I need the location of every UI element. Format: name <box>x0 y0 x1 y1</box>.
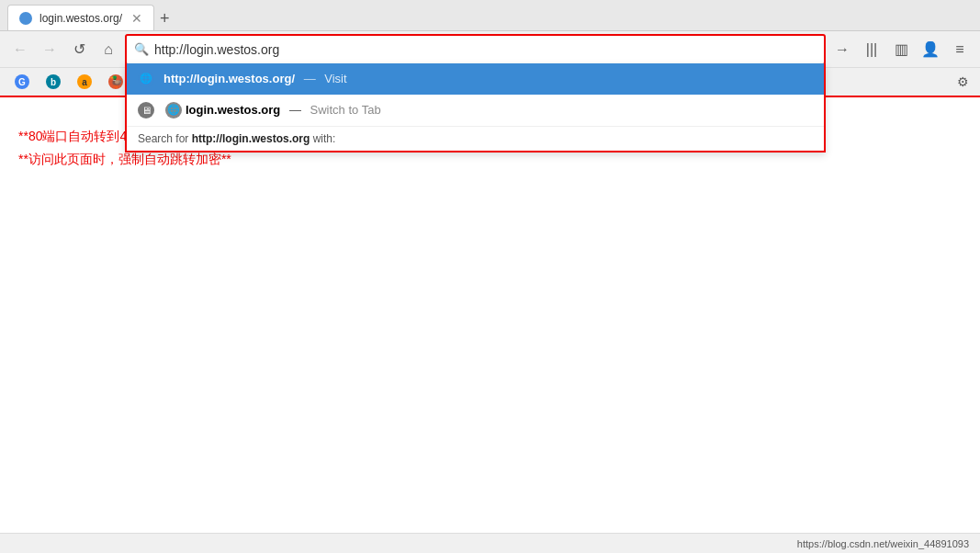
address-bar-wrapper: 🔍 🌐 http://login.westos.org/ — Visit <box>125 34 826 65</box>
status-url: https://blog.csdn.net/weixin_44891093 <box>797 538 969 549</box>
bookmark-duckduckgo-icon: 🦆 <box>108 74 123 89</box>
search-suggestion-bold: http://login.westos.org <box>192 132 310 145</box>
autocomplete-item-visit[interactable]: 🌐 http://login.westos.org/ — Visit <box>127 63 824 95</box>
bookmark-amazon[interactable]: a <box>70 71 99 93</box>
library-icon[interactable]: ||| <box>859 37 884 62</box>
autocomplete-sep-0: — <box>304 72 316 85</box>
autocomplete-globe-icon: 🌐 <box>138 71 154 87</box>
tab-title: login.westos.org/ <box>39 12 124 25</box>
back-button[interactable]: ← <box>7 37 33 62</box>
address-bar: 🔍 <box>127 36 824 63</box>
address-search-icon: 🔍 <box>134 42 149 56</box>
address-input[interactable] <box>154 42 817 57</box>
tab-close-button[interactable]: ✕ <box>131 12 142 25</box>
autocomplete-action-switch: Switch to Tab <box>310 103 381 117</box>
nav-right-icons: ||| ▥ 👤 ≡ <box>859 37 973 62</box>
profile-icon[interactable]: 👤 <box>918 37 943 62</box>
tab-bar: login.westos.org/ ✕ + <box>0 0 980 31</box>
search-suggestion-prefix: Search for <box>138 132 192 145</box>
menu-icon[interactable]: ≡ <box>947 37 973 62</box>
autocomplete-url-link[interactable]: http://login.westos.org/ <box>163 72 295 85</box>
autocomplete-action-visit: Visit <box>324 72 346 85</box>
autocomplete-text-visit: http://login.westos.org/ — Visit <box>163 72 813 85</box>
bookmarks-gear-icon[interactable]: ⚙ <box>953 71 973 93</box>
autocomplete-url-switch: login.westos.org <box>186 103 280 117</box>
bookmarks-right-area: ⚙ <box>953 73 973 90</box>
bookmark-google[interactable]: G <box>7 71 37 93</box>
autocomplete-sep-1: — <box>289 103 301 117</box>
autocomplete-item-switch[interactable]: 🖥 🌐 login.westos.org — Switch to Tab <box>127 95 824 126</box>
new-tab-button[interactable]: + <box>154 9 175 28</box>
refresh-button[interactable]: ↺ <box>66 37 92 62</box>
search-suggestion: Search for http://login.westos.org with: <box>127 126 824 151</box>
home-button[interactable]: ⌂ <box>96 37 121 62</box>
bookmark-bing-icon: b <box>46 74 61 89</box>
autocomplete-globe2-icon: 🌐 <box>165 102 182 118</box>
status-bar: https://blog.csdn.net/weixin_44891093 <box>0 533 980 553</box>
navigation-bar: ← → ↺ ⌂ 🔍 🌐 http://login.westos.org/ — <box>0 31 980 68</box>
bookmark-bing[interactable]: b <box>39 71 68 93</box>
autocomplete-page-icon: 🖥 <box>138 102 154 118</box>
autocomplete-panel: 🌐 http://login.westos.org/ — Visit 🖥 🌐 l… <box>125 63 826 152</box>
bookmark-amazon-icon: a <box>77 74 92 89</box>
tab-favicon <box>19 12 32 25</box>
forward-button[interactable]: → <box>37 37 62 62</box>
nav-forward-arrow[interactable]: → <box>829 41 855 58</box>
browser-window: login.westos.org/ ✕ + ← → ↺ ⌂ 🔍 🌐 h <box>0 0 980 553</box>
autocomplete-text-switch: login.westos.org — Switch to Tab <box>186 103 813 117</box>
bookmark-google-icon: G <box>15 74 29 89</box>
sidebar-icon[interactable]: ▥ <box>888 37 914 62</box>
active-tab[interactable]: login.westos.org/ ✕ <box>7 5 154 30</box>
search-suggestion-suffix: with: <box>310 132 335 145</box>
main-content: **80端口自动转到443端口** **访问此页面时，强制自动跳转加密** <box>0 97 980 533</box>
autocomplete-url-visit: http://login.westos.org/ <box>163 72 299 85</box>
